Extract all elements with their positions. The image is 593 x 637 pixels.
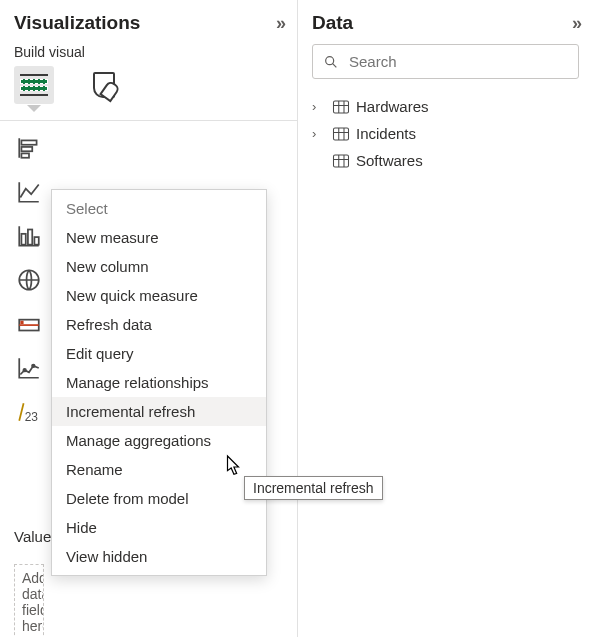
svg-point-9: [23, 369, 26, 372]
context-menu-item-new-quick-measure[interactable]: New quick measure: [52, 281, 266, 310]
data-title: Data: [312, 12, 353, 34]
collapse-visualizations-button[interactable]: »: [276, 13, 283, 34]
visualizations-title: Visualizations: [14, 12, 140, 34]
table-item-incidents[interactable]: › Incidents: [312, 120, 579, 147]
context-menu-item-manage-aggregations[interactable]: Manage aggregations: [52, 426, 266, 455]
svg-rect-0: [21, 140, 36, 144]
build-visual-subtitle: Build visual: [14, 44, 283, 60]
format-visual-tab[interactable]: [84, 66, 124, 104]
table-icon: [332, 126, 350, 142]
chevron-right-icon: ›: [312, 99, 326, 114]
globe-icon: [16, 267, 42, 293]
build-visual-icon: [20, 74, 48, 96]
chevron-right-icon: ›: [312, 126, 326, 141]
tooltip: Incremental refresh: [244, 476, 383, 500]
viz-type-line[interactable]: [14, 177, 44, 207]
data-search-input[interactable]: [347, 52, 568, 71]
line-chart-icon: [16, 179, 42, 205]
svg-rect-4: [28, 230, 32, 245]
context-menu-item-incremental-refresh[interactable]: Incremental refresh: [52, 397, 266, 426]
context-menu-item-edit-query[interactable]: Edit query: [52, 339, 266, 368]
viz-type-map[interactable]: [14, 265, 44, 295]
svg-rect-13: [334, 101, 349, 113]
table-label: Incidents: [356, 125, 416, 142]
viz-type-python[interactable]: 23: [14, 397, 44, 427]
format-visual-icon: [93, 72, 115, 98]
context-menu-item-rename[interactable]: Rename: [52, 455, 266, 484]
kpi-icon: [16, 355, 42, 381]
svg-rect-3: [21, 234, 25, 245]
search-icon: [323, 54, 339, 70]
context-menu-item-new-column[interactable]: New column: [52, 252, 266, 281]
svg-rect-14: [334, 128, 349, 140]
table-icon: [332, 153, 350, 169]
svg-rect-8: [20, 321, 23, 324]
context-menu-item-select[interactable]: Select: [52, 194, 266, 223]
table-context-menu: Select New measure New column New quick …: [51, 189, 267, 576]
context-menu-item-refresh-data[interactable]: Refresh data: [52, 310, 266, 339]
svg-text:23: 23: [25, 410, 39, 424]
context-menu-item-new-measure[interactable]: New measure: [52, 223, 266, 252]
data-pane: Data » › Hardwares › Incidents › Softwar…: [297, 0, 593, 637]
ribbon-chart-icon: [16, 223, 42, 249]
table-icon: [332, 99, 350, 115]
svg-rect-2: [21, 153, 29, 157]
svg-rect-1: [21, 147, 32, 151]
build-visual-tab[interactable]: [14, 66, 54, 104]
table-item-hardwares[interactable]: › Hardwares: [312, 93, 579, 120]
gauge-icon: [16, 311, 42, 337]
context-menu-item-delete-from-model[interactable]: Delete from model: [52, 484, 266, 513]
viz-type-ribbon[interactable]: [14, 221, 44, 251]
viz-type-stacked-bar[interactable]: [14, 133, 44, 163]
collapse-data-button[interactable]: »: [572, 13, 579, 34]
data-search-box[interactable]: [312, 44, 579, 79]
context-menu-item-manage-relationships[interactable]: Manage relationships: [52, 368, 266, 397]
table-label: Softwares: [356, 152, 423, 169]
table-label: Hardwares: [356, 98, 429, 115]
viz-type-gauge[interactable]: [14, 309, 44, 339]
values-field-well-dropzone[interactable]: Add data fields here: [14, 564, 44, 637]
svg-point-12: [326, 56, 334, 64]
context-menu-item-view-hidden[interactable]: View hidden: [52, 542, 266, 571]
script-icon: 23: [16, 399, 42, 425]
table-item-softwares[interactable]: › Softwares: [312, 147, 579, 174]
tables-tree: › Hardwares › Incidents › Softwares: [312, 93, 579, 174]
stacked-bar-icon: [16, 135, 42, 161]
svg-rect-15: [334, 155, 349, 167]
viz-type-kpi[interactable]: [14, 353, 44, 383]
svg-point-10: [32, 365, 35, 368]
context-menu-item-hide[interactable]: Hide: [52, 513, 266, 542]
svg-rect-5: [34, 237, 38, 245]
